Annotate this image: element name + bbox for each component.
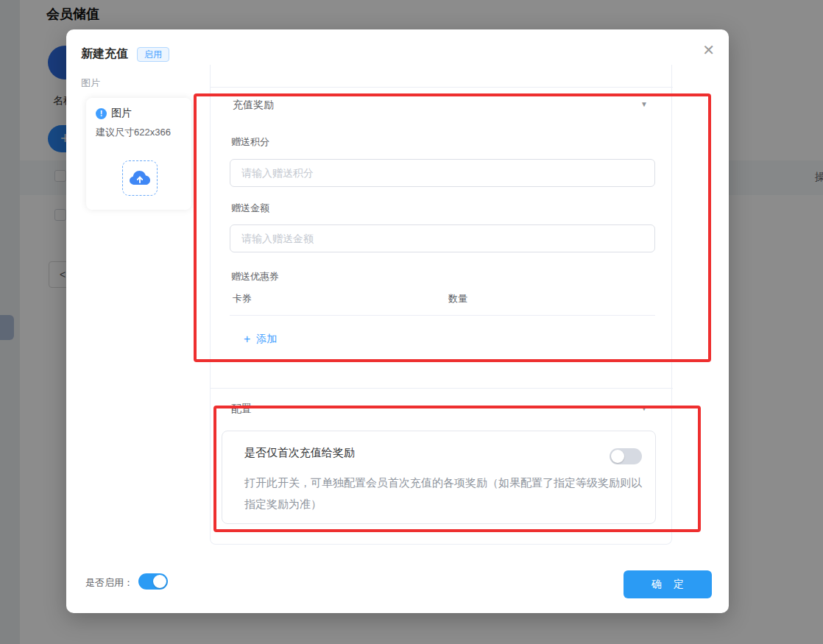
new-recharge-dialog: ✕ 新建充值 启用 图片 ! 图片 建议尺寸622x366 充值奖励 ▼ 赠送积…	[66, 29, 729, 613]
section-divider	[211, 388, 673, 389]
gift-coupon-label: 赠送优惠券	[231, 270, 279, 283]
reward-section-title: 充值奖励	[233, 99, 274, 112]
dialog-title: 新建充值	[81, 46, 128, 62]
plus-icon: +	[244, 333, 250, 346]
toggle-knob	[611, 450, 624, 463]
upload-card-title-row: ! 图片	[96, 107, 132, 120]
first-recharge-label: 是否仅首次充值给奖励	[244, 446, 355, 460]
enable-toggle[interactable]	[138, 573, 168, 590]
info-icon: !	[96, 108, 107, 119]
close-icon[interactable]: ✕	[702, 43, 715, 57]
status-badge: 启用	[137, 47, 169, 62]
add-coupon-button[interactable]: + 添加	[244, 333, 277, 346]
image-section-label: 图片	[81, 77, 100, 90]
upload-size-hint: 建议尺寸622x366	[96, 126, 171, 139]
dialog-title-row: 新建充值 启用	[81, 46, 169, 62]
gift-points-input[interactable]	[230, 159, 655, 187]
recharge-form-panel: 充值奖励 ▼ 赠送积分 赠送金额 赠送优惠券 卡券 数量 + 添加 配置 ▼ 是…	[210, 65, 672, 545]
upload-card-title: 图片	[111, 107, 132, 120]
config-section-title: 配置	[231, 403, 252, 416]
first-recharge-toggle[interactable]	[610, 448, 642, 464]
image-upload-card: ! 图片 建议尺寸622x366	[86, 98, 191, 210]
section-divider	[211, 87, 673, 88]
enable-label: 是否启用：	[85, 576, 133, 590]
gift-amount-label: 赠送金额	[231, 202, 269, 215]
chevron-down-icon[interactable]: ▼	[640, 100, 648, 108]
gift-points-label: 赠送积分	[231, 135, 269, 149]
gift-amount-input[interactable]	[230, 224, 655, 252]
coupon-table-divider	[230, 315, 655, 316]
first-recharge-config-card: 是否仅首次充值给奖励 打开此开关，可单独配置会员首次充值的各项奖励（如果配置了指…	[222, 431, 656, 524]
cloud-upload-icon	[128, 169, 152, 188]
upload-dropzone[interactable]	[122, 160, 158, 196]
chevron-down-icon[interactable]: ▼	[640, 404, 648, 412]
confirm-button[interactable]: 确 定	[624, 570, 712, 598]
first-recharge-help-text: 打开此开关，可单独配置会员首次充值的各项奖励（如果配置了指定等级奖励则以指定奖励…	[244, 473, 642, 514]
toggle-knob	[153, 575, 166, 588]
quantity-column-header: 数量	[448, 292, 467, 305]
coupon-column-header: 卡券	[233, 292, 252, 305]
add-coupon-label: 添加	[256, 333, 277, 346]
